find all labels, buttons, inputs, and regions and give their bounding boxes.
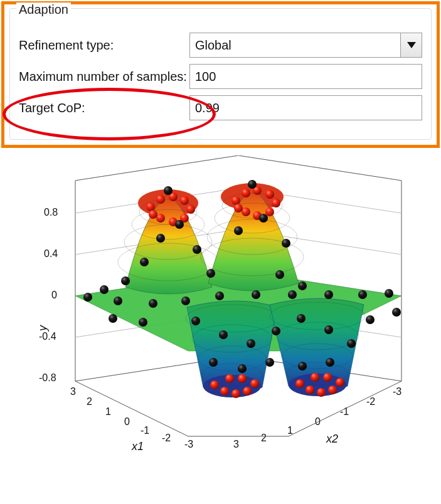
svg-point-76 — [149, 299, 157, 308]
svg-point-88 — [297, 314, 306, 323]
svg-point-63 — [121, 276, 130, 285]
svg-point-60 — [323, 373, 332, 382]
svg-point-80 — [288, 290, 297, 299]
label-target-cop: Target CoP: — [19, 101, 189, 115]
svg-point-74 — [83, 293, 92, 302]
svg-point-61 — [311, 373, 319, 382]
refinement-type-select[interactable]: Global — [189, 33, 422, 58]
valley-1 — [186, 301, 279, 397]
label-refinement-type: Refinement type: — [19, 38, 189, 53]
svg-point-50 — [231, 389, 240, 398]
svg-point-62 — [100, 285, 109, 294]
svg-point-33 — [180, 196, 189, 205]
svg-point-91 — [209, 358, 218, 367]
svg-point-52 — [250, 379, 259, 388]
settings-panel-outline: Adaption Refinement type: Global Maximum… — [1, 1, 440, 148]
svg-point-56 — [306, 386, 314, 394]
svg-point-65 — [156, 234, 165, 243]
svg-point-72 — [275, 270, 284, 279]
row-refinement-type: Refinement type: Global — [19, 33, 422, 58]
row-max-samples: Maximum number of samples: 100 — [19, 64, 422, 89]
surface-svg — [50, 155, 427, 444]
svg-point-87 — [272, 327, 280, 335]
max-samples-input[interactable]: 100 — [189, 64, 422, 89]
svg-point-51 — [243, 387, 252, 396]
svg-point-42 — [265, 190, 274, 199]
max-samples-value: 100 — [195, 70, 216, 84]
svg-point-69 — [234, 226, 243, 235]
svg-point-40 — [242, 189, 250, 197]
svg-point-67 — [193, 245, 201, 254]
svg-point-78 — [215, 291, 224, 300]
svg-point-83 — [385, 289, 393, 298]
svg-point-38 — [149, 210, 157, 219]
svg-point-68 — [206, 269, 215, 278]
svg-point-57 — [317, 388, 326, 397]
svg-marker-0 — [407, 42, 416, 48]
svg-point-53 — [238, 374, 247, 383]
target-cop-value: 0.99 — [195, 101, 220, 115]
chevron-down-icon[interactable] — [400, 33, 422, 57]
surface-plot: y 0.8 0.4 0 -0.4 -0.8 3 2 1 0 -1 -2 -3 x… — [0, 149, 441, 456]
svg-point-92 — [238, 364, 247, 373]
svg-point-39 — [231, 196, 240, 205]
svg-point-77 — [181, 297, 190, 305]
svg-point-71 — [282, 239, 290, 248]
svg-point-44 — [265, 207, 274, 216]
svg-point-49 — [220, 387, 229, 396]
svg-point-90 — [347, 339, 356, 348]
peak-1 — [118, 189, 218, 294]
svg-point-81 — [324, 290, 333, 299]
svg-point-47 — [234, 204, 243, 213]
svg-point-100 — [164, 186, 173, 195]
svg-point-85 — [219, 330, 228, 339]
svg-point-99 — [392, 308, 401, 317]
svg-point-98 — [366, 315, 375, 324]
svg-point-55 — [295, 379, 304, 388]
svg-point-89 — [324, 325, 333, 334]
label-max-samples: Maximum number of samples: — [19, 70, 189, 84]
svg-point-46 — [242, 207, 250, 216]
target-cop-input[interactable]: 0.99 — [189, 95, 422, 120]
svg-point-66 — [175, 220, 184, 229]
svg-point-101 — [248, 180, 257, 189]
svg-point-79 — [252, 290, 260, 299]
fieldset-legend: Adaption — [16, 3, 71, 17]
svg-point-94 — [298, 362, 307, 370]
adaption-fieldset: Adaption Refinement type: Global Maximum… — [9, 8, 432, 140]
svg-point-58 — [328, 386, 337, 394]
svg-point-64 — [140, 258, 149, 266]
z-axis-label: y — [36, 325, 50, 331]
svg-point-95 — [326, 358, 334, 367]
svg-point-30 — [146, 202, 155, 211]
svg-point-54 — [225, 374, 234, 383]
svg-point-86 — [247, 339, 255, 348]
svg-point-96 — [109, 314, 117, 323]
svg-point-97 — [139, 318, 147, 327]
svg-point-37 — [156, 214, 165, 223]
svg-point-70 — [259, 214, 268, 223]
svg-point-93 — [265, 358, 274, 367]
svg-point-82 — [358, 290, 367, 299]
svg-point-73 — [298, 281, 307, 290]
svg-point-48 — [210, 381, 219, 389]
svg-point-43 — [272, 199, 280, 207]
refinement-type-value: Global — [195, 38, 231, 53]
svg-point-75 — [114, 297, 122, 305]
svg-point-59 — [336, 378, 344, 387]
svg-point-34 — [186, 205, 195, 214]
svg-point-84 — [191, 317, 200, 325]
row-target-cop: Target CoP: 0.99 — [19, 95, 422, 120]
svg-point-31 — [156, 195, 165, 204]
